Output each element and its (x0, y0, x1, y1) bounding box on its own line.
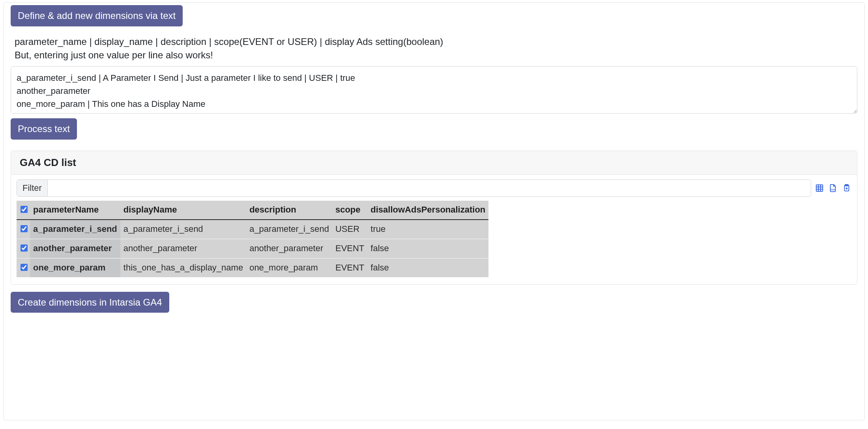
cell-scope: USER (332, 220, 367, 239)
grid-icon[interactable] (815, 184, 824, 192)
table-row: another_parameteranother_parameteranothe… (17, 239, 488, 258)
card-title: GA4 CD list (11, 151, 857, 175)
cell-displayName: this_one_has_a_display_name (120, 258, 246, 277)
col-scope[interactable]: scope (332, 201, 367, 220)
cd-list-card: GA4 CD list Filter (11, 151, 857, 285)
row-checkbox[interactable] (21, 225, 28, 232)
col-displayName[interactable]: displayName (120, 201, 246, 220)
col-parameterName[interactable]: parameterName (30, 201, 120, 220)
panel: Define & add new dimensions via text par… (3, 2, 865, 420)
filter-label: Filter (17, 180, 48, 196)
col-disallowAdsPersonalization[interactable]: disallowAdsPersonalization (367, 201, 488, 220)
cell-parameterName: a_parameter_i_send (30, 220, 120, 239)
dimensions-textarea[interactable] (11, 66, 857, 114)
row-checkbox[interactable] (21, 244, 28, 252)
process-text-button[interactable]: Process text (11, 118, 77, 140)
cell-disallowAdsPersonalization: false (367, 258, 488, 277)
col-description[interactable]: description (246, 201, 332, 220)
cell-disallowAdsPersonalization: true (367, 220, 488, 239)
cell-parameterName: another_parameter (30, 239, 120, 258)
create-dimensions-button[interactable]: Create dimensions in Intarsia GA4 (11, 292, 169, 313)
define-dimensions-button[interactable]: Define & add new dimensions via text (11, 5, 183, 26)
help-text: parameter_name | display_name | descript… (15, 35, 857, 63)
cd-table: parameterName displayName description sc… (17, 201, 488, 277)
help-line-2: But, entering just one value per line al… (15, 48, 857, 62)
cell-disallowAdsPersonalization: false (367, 239, 488, 258)
cell-displayName: a_parameter_i_send (120, 220, 246, 239)
cell-description: a_parameter_i_send (246, 220, 332, 239)
cell-description: one_more_param (246, 258, 332, 277)
table-row: one_more_paramthis_one_has_a_display_nam… (17, 258, 488, 277)
csv-icon[interactable]: CSV (829, 184, 837, 192)
table-toolbar: CSV (815, 179, 851, 197)
select-all-checkbox[interactable] (21, 206, 28, 213)
filter-row: Filter (17, 179, 851, 197)
filter-input[interactable] (48, 180, 811, 196)
svg-text:CSV: CSV (831, 188, 836, 191)
cell-scope: EVENT (332, 239, 367, 258)
clipboard-add-icon[interactable] (842, 184, 851, 192)
svg-rect-0 (816, 185, 823, 192)
cell-scope: EVENT (332, 258, 367, 277)
cell-parameterName: one_more_param (30, 258, 120, 277)
cell-displayName: another_parameter (120, 239, 246, 258)
help-line-1: parameter_name | display_name | descript… (15, 35, 857, 49)
dimensions-textarea-wrapper (11, 66, 857, 116)
cell-description: another_parameter (246, 239, 332, 258)
table-header-row: parameterName displayName description sc… (17, 201, 488, 220)
table-row: a_parameter_i_senda_parameter_i_senda_pa… (17, 220, 488, 239)
row-checkbox[interactable] (21, 264, 28, 271)
